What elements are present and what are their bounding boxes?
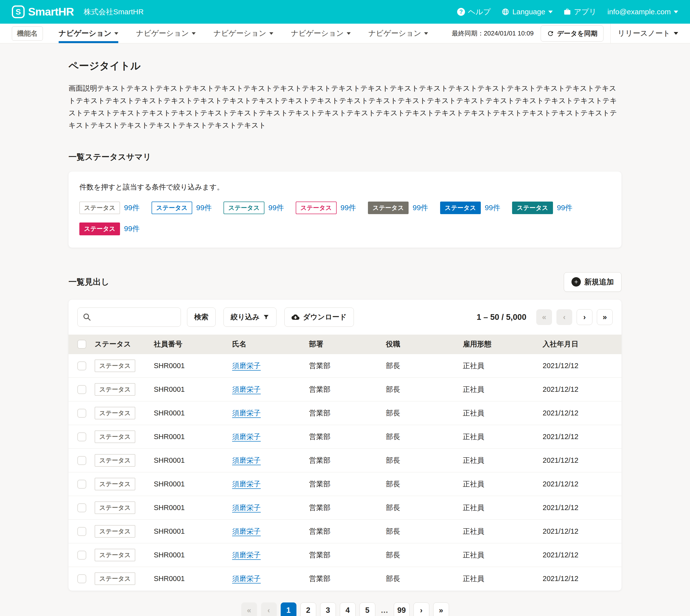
status-filter-item: ステータス 99件 <box>440 202 500 214</box>
status-count-link[interactable]: 99件 <box>268 203 284 213</box>
joined-date-cell: 2021/12/12 <box>540 543 622 567</box>
row-checkbox[interactable] <box>78 480 86 489</box>
filter-button[interactable]: 絞り込み <box>223 308 277 327</box>
row-checkbox[interactable] <box>78 385 86 394</box>
status-count-link[interactable]: 99件 <box>485 203 500 213</box>
plus-icon <box>572 277 581 287</box>
page-button[interactable]: 3 <box>320 602 336 616</box>
status-count-link[interactable]: 99件 <box>124 203 139 213</box>
row-status-badge: ステータス <box>94 478 135 490</box>
row-checkbox[interactable] <box>78 574 86 583</box>
release-notes-menu[interactable]: リリースノート <box>618 28 678 39</box>
employee-code-cell: SHR0001 <box>151 520 230 543</box>
add-new-label: 新規追加 <box>584 277 614 287</box>
search-input[interactable] <box>78 308 181 327</box>
nav-tab[interactable]: ナビゲーション <box>291 24 351 43</box>
row-status-badge: ステータス <box>94 572 135 585</box>
feature-name-badge: 機能名 <box>12 26 43 41</box>
app-navigation: 機能名 ナビゲーション ナビゲーション ナビゲーション ナビゲーション ナビゲー… <box>0 24 690 43</box>
row-checkbox[interactable] <box>78 433 86 441</box>
nav-tab[interactable]: ナビゲーション <box>136 24 196 43</box>
language-label: Language <box>512 8 545 16</box>
employee-name-link[interactable]: 須磨栄子 <box>232 551 261 559</box>
status-badge: ステータス <box>152 202 192 214</box>
employee-code-cell: SHR0001 <box>151 378 230 401</box>
column-header: 入社年月日 <box>540 335 622 354</box>
employee-name-link[interactable]: 須磨栄子 <box>232 433 261 441</box>
apps-menu[interactable]: アプリ <box>564 7 597 17</box>
department-cell: 営業部 <box>306 520 384 543</box>
employee-name-link[interactable]: 須磨栄子 <box>232 480 261 488</box>
add-new-button[interactable]: 新規追加 <box>564 272 622 292</box>
status-count-link[interactable]: 99件 <box>412 203 428 213</box>
next-page-button[interactable]: › <box>413 602 429 616</box>
page-button[interactable]: 5 <box>360 602 375 616</box>
column-header: ステータス <box>92 335 151 354</box>
employee-code-cell: SHR0001 <box>151 472 230 496</box>
employee-name-link[interactable]: 須磨栄子 <box>232 575 261 582</box>
status-count-link[interactable]: 99件 <box>196 203 212 213</box>
joined-date-cell: 2021/12/12 <box>540 472 622 496</box>
chevron-down-icon <box>114 32 118 35</box>
result-range-label: 1 – 50 / 5,000 <box>477 312 526 322</box>
row-checkbox[interactable] <box>78 361 86 370</box>
department-cell: 営業部 <box>306 543 384 567</box>
page-title: ページタイトル <box>68 59 622 73</box>
row-checkbox[interactable] <box>78 527 86 536</box>
page-description: 画面説明テキストテキストテキストテキストテキストテキストテキストテキストテキスト… <box>68 82 622 131</box>
status-badge: ステータス <box>512 202 553 214</box>
employment-cell: 正社員 <box>460 378 540 401</box>
page-button[interactable]: 99 <box>394 602 410 616</box>
smarthr-logo[interactable]: S SmartHR <box>12 5 74 18</box>
chevron-down-icon <box>548 10 553 13</box>
employee-name-link[interactable]: 須磨栄子 <box>232 386 261 393</box>
row-status-badge: ステータス <box>94 454 135 467</box>
page-button[interactable]: 2 <box>300 602 316 616</box>
status-filter-item: ステータス 99件 <box>79 202 140 214</box>
nav-tab-label: ナビゲーション <box>291 28 344 39</box>
sync-data-button[interactable]: データを同期 <box>541 25 604 42</box>
status-count-link[interactable]: 99件 <box>124 224 139 234</box>
company-name: 株式会社SmartHR <box>84 7 144 17</box>
row-checkbox[interactable] <box>78 409 86 418</box>
employee-name-link[interactable]: 須磨栄子 <box>232 362 261 370</box>
nav-tab[interactable]: ナビゲーション <box>213 24 273 43</box>
row-checkbox[interactable] <box>78 456 86 465</box>
cloud-download-icon <box>292 313 299 321</box>
language-menu[interactable]: Language <box>501 8 553 16</box>
download-button-label: ダウンロード <box>303 312 346 322</box>
bottom-pagination: «‹12345…99›» <box>68 602 622 616</box>
prev-page-button: ‹ <box>557 309 572 325</box>
employee-name-link[interactable]: 須磨栄子 <box>232 409 261 417</box>
employee-name-link[interactable]: 須磨栄子 <box>232 456 261 464</box>
status-count-link[interactable]: 99件 <box>341 203 356 213</box>
employee-name-link[interactable]: 須磨栄子 <box>232 527 261 535</box>
row-checkbox[interactable] <box>78 503 86 512</box>
account-menu[interactable]: info@example.com <box>607 8 678 16</box>
table-row: ステータス SHR0001 須磨栄子 営業部 部長 正社員 2021/12/12 <box>68 401 622 425</box>
employee-code-cell: SHR0001 <box>151 496 230 520</box>
search-button[interactable]: 検索 <box>187 308 216 327</box>
help-link[interactable]: ? ヘルプ <box>457 7 491 17</box>
apps-label: アプリ <box>574 7 597 17</box>
table-row: ステータス SHR0001 須磨栄子 営業部 部長 正社員 2021/12/12 <box>68 496 622 520</box>
row-status-badge: ステータス <box>94 431 135 443</box>
last-page-button[interactable]: » <box>433 602 449 616</box>
table-row: ステータス SHR0001 須磨栄子 営業部 部長 正社員 2021/12/12 <box>68 543 622 567</box>
nav-tab[interactable]: ナビゲーション <box>368 24 428 43</box>
employee-code-cell: SHR0001 <box>151 401 230 425</box>
next-page-button[interactable]: › <box>577 309 592 325</box>
row-checkbox[interactable] <box>78 551 86 559</box>
nav-tab[interactable]: ナビゲーション <box>59 24 118 43</box>
status-badge: ステータス <box>223 202 264 214</box>
page-button[interactable]: 1 <box>281 602 297 616</box>
employee-name-link[interactable]: 須磨栄子 <box>232 504 261 511</box>
last-page-button[interactable]: » <box>597 309 612 325</box>
select-all-checkbox[interactable] <box>78 340 86 349</box>
status-count-link[interactable]: 99件 <box>557 203 573 213</box>
download-button[interactable]: ダウンロード <box>284 308 353 327</box>
page-button[interactable]: 4 <box>340 602 355 616</box>
department-cell: 営業部 <box>306 378 384 401</box>
joined-date-cell: 2021/12/12 <box>540 449 622 472</box>
row-status-badge: ステータス <box>94 383 135 396</box>
